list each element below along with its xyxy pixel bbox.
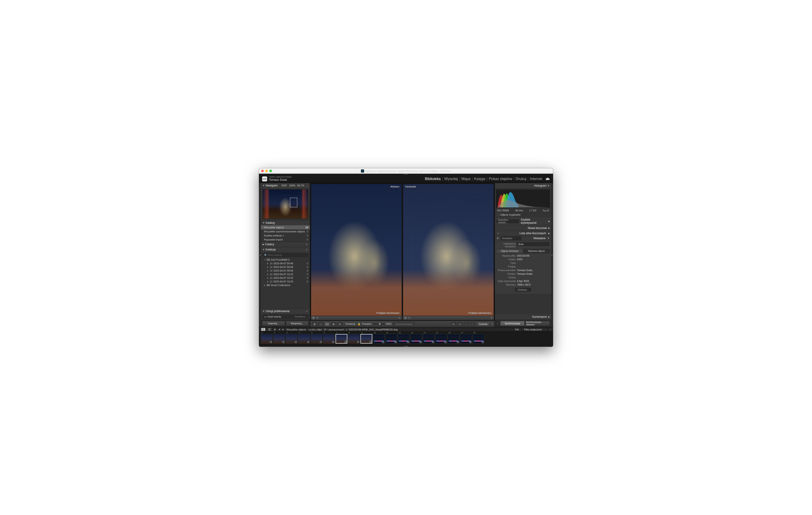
original-photo-row[interactable]: Zdjęcie oryginalne (495, 213, 551, 217)
collection-item[interactable]: ▶2023-04-07 09:590 (261, 269, 310, 272)
bottom-panel-grip[interactable] (259, 345, 553, 347)
module-mapa[interactable]: Mapa (460, 177, 472, 181)
navigator-rect[interactable] (290, 198, 297, 207)
breadcrumb[interactable]: Wszystkie zdjęcia (286, 328, 306, 331)
flag-reject-icon[interactable] (408, 316, 410, 320)
metadata-header[interactable]: 👁 Domyślne Metadane ▼ (495, 236, 551, 241)
module-internet[interactable]: Internet (528, 177, 544, 181)
filmstrip-thumb[interactable]: 3 (286, 334, 297, 343)
flag-pick-icon[interactable] (312, 316, 315, 320)
export-button[interactable]: Eksportuj... (286, 321, 309, 326)
catalog-row[interactable]: Szybka kolekcja +0 (261, 234, 310, 238)
meta-caption-value[interactable] (517, 265, 549, 268)
publish-add-icon[interactable]: + (306, 310, 308, 312)
select-close-icon[interactable]: ✕ (398, 316, 401, 320)
meta-filename-value[interactable]: DSC02199- (517, 254, 549, 257)
swap-icon[interactable]: ⇄ (451, 322, 456, 326)
quick-preset-select[interactable]: Domyślne ustawie... (497, 219, 519, 223)
folders-add-icon[interactable]: + (306, 243, 308, 246)
keywords-header[interactable]: Słowa kluczowe◀ (495, 225, 551, 231)
toolbar-menu-icon[interactable]: ▾ (491, 323, 493, 326)
filmstrip-thumb[interactable]: 2 (273, 334, 285, 343)
collection-item[interactable]: ▶2023-04-07 09:460 (261, 262, 310, 265)
filmstrip-thumb[interactable]: 11 (385, 334, 397, 343)
collection-set-root[interactable]: ▼ DxO PureRAW 3 (261, 258, 310, 262)
forward-icon[interactable]: ▶ (282, 328, 284, 331)
meta-settings-select[interactable]: Brak (517, 242, 549, 246)
collection-item[interactable]: ▶2023-04-07 10:220 (261, 276, 310, 280)
catalog-header[interactable]: ▼Katalog (261, 220, 310, 225)
compare-view-icon[interactable]: X|Y (325, 322, 330, 326)
collections-add-icon[interactable]: + (306, 248, 308, 251)
folders-header[interactable]: ▶Foldery + (261, 242, 310, 247)
module-biblioteka[interactable]: Biblioteka (424, 177, 442, 181)
flag-pick-icon[interactable] (404, 316, 407, 320)
checkbox-icon[interactable] (497, 214, 499, 216)
module-pokaz slajdów[interactable]: Pokaz slajdów (488, 177, 513, 181)
secondary-display[interactable]: 2 (267, 328, 272, 331)
identity-plate[interactable]: LrC Adobe Lightroom Classic Tomasz Duda (262, 176, 292, 182)
publish-service-disk[interactable]: ▭ Dysk twardy Skonfiguruj... (263, 314, 308, 319)
filmstrip-thumb[interactable]: 6 (323, 334, 335, 343)
collection-item[interactable]: ▶2023-04-07 10:150 (261, 272, 310, 276)
nav-fit[interactable]: DOP. (281, 184, 287, 187)
collection-item[interactable]: ▶2023-04-07 10:250 (261, 280, 310, 283)
flag-reject-icon[interactable] (316, 316, 319, 320)
survey-view-icon[interactable]: ▦ (331, 322, 336, 326)
module-księga[interactable]: Księga (473, 177, 487, 181)
navigator-header[interactable]: ▼ Nawigator DOP. 100% 66,7% ⌄ (261, 183, 310, 188)
publish-configure[interactable]: Skonfiguruj... (294, 315, 307, 318)
comments-header[interactable]: Komentarze◀ (495, 314, 551, 320)
filmstrip-thumb[interactable]: 1 (261, 334, 272, 343)
eye-icon[interactable]: 👁 (497, 237, 499, 240)
sync-settings-button[interactable]: Synchronizacja ustawień (526, 321, 550, 326)
meta-date-value[interactable]: 6 Apr 2023 (517, 280, 549, 282)
primary-display[interactable]: 1 (261, 328, 265, 331)
filmstrip-thumb[interactable]: 17 (460, 334, 472, 343)
next-icon[interactable]: → (470, 322, 475, 326)
left-panel-toggle[interactable]: ◀ (259, 183, 261, 327)
compare-select-image[interactable]: Wybierz Podgląd wbudowany (311, 184, 402, 316)
histogram-header[interactable]: Histogram▼ (495, 183, 551, 189)
collections-filter-input[interactable]: 🔍 Filtruj kolekcje (263, 253, 308, 257)
filmstrip-thumb[interactable]: 13 (410, 334, 422, 343)
collection-item[interactable]: ▶2023-04-07 09:560 (261, 265, 310, 269)
metadata-preset-select[interactable]: Domyślne (501, 237, 521, 240)
meta-rating-value[interactable] (517, 276, 549, 279)
filter-lock-icon[interactable]: ▪ (550, 328, 551, 331)
module-drukuj[interactable]: Drukuj (514, 177, 527, 181)
prev-icon[interactable]: ← (464, 322, 469, 326)
module-wywołaj[interactable]: Wywołaj (443, 177, 459, 181)
nav-zoom-1[interactable]: 100% (289, 184, 295, 187)
candidate-close-icon[interactable]: ✕ (490, 316, 493, 320)
import-button[interactable]: Importuj... (262, 321, 285, 326)
filmstrip-thumb[interactable]: 15 (435, 334, 447, 343)
filmstrip-thumb[interactable]: 16 (448, 334, 460, 343)
filmstrip-thumb[interactable]: 18 (473, 334, 484, 343)
filmstrip-thumb[interactable]: 10 (373, 334, 385, 343)
filmstrip-thumb[interactable]: 8 (348, 334, 360, 343)
right-panel-toggle[interactable]: ▶ (551, 183, 553, 327)
keyword-list-header[interactable]: + Lista słów kluczowych ◀ (495, 231, 551, 236)
done-button[interactable]: Gotowe (476, 322, 490, 326)
grid-view-icon[interactable]: ▦ (312, 322, 317, 326)
tab-selected-photos[interactable]: Wybrane zdjęcia (523, 249, 550, 253)
zoom-slider[interactable] (373, 324, 384, 324)
cloud-sync-icon[interactable] (545, 177, 550, 181)
customize-button[interactable]: Dostosuj... (515, 288, 531, 292)
back-icon[interactable]: ◀ (278, 328, 280, 331)
collections-header[interactable]: ▼Kolekcje + (261, 247, 310, 252)
catalog-row[interactable]: Poprzedni import6 (261, 238, 310, 242)
filmstrip-thumb[interactable]: 7 (336, 334, 347, 343)
filmstrip-thumb[interactable]: 12 (398, 334, 410, 343)
tab-target-photo[interactable]: Zdjęcie docelowe (496, 249, 523, 253)
loupe-view-icon[interactable]: ▭ (318, 322, 323, 326)
meta-title-value[interactable] (517, 262, 549, 264)
filmstrip-thumb[interactable]: 5 (311, 334, 322, 343)
nav-zoom-2[interactable]: 66,7% (297, 184, 304, 187)
catalog-row[interactable]: Wszystkie zdjęcia18 (261, 225, 310, 230)
sync-toggle-icon[interactable]: ▪ (496, 321, 499, 326)
filter-select[interactable]: Filtry wyłączone (523, 328, 548, 331)
publish-header[interactable]: ▼Usługi publikowania + (261, 309, 310, 314)
keyword-add-icon[interactable]: + (497, 232, 499, 235)
